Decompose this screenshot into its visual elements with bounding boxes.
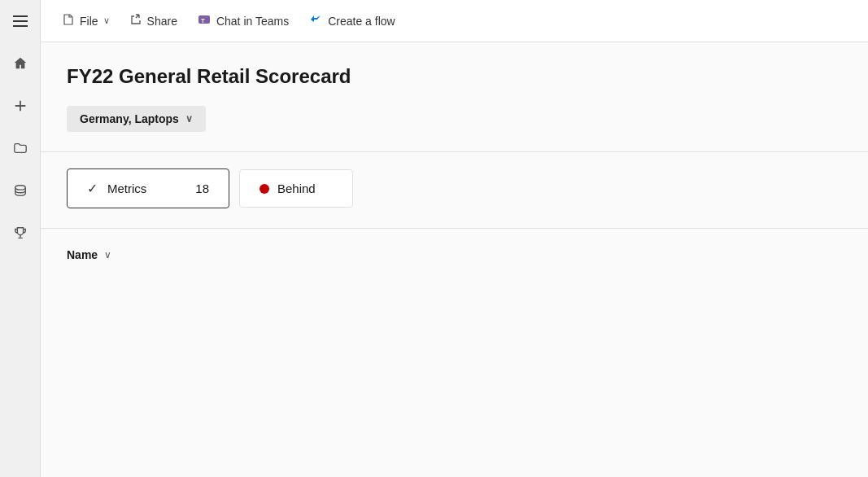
status-label: Behind [277,182,316,195]
metrics-label: Metrics [107,182,185,195]
trophy-icon[interactable] [9,221,32,244]
filter-label: Germany, Laptops [80,112,179,125]
teams-icon: T [197,12,212,30]
sidebar [0,0,41,477]
database-icon[interactable] [9,179,32,202]
name-column-header[interactable]: Name ∨ [67,245,842,261]
flow-icon [308,12,323,30]
name-column-chevron-icon: ∨ [104,249,111,260]
svg-point-0 [15,186,25,190]
main-area: File ∨ Share T Chat in Teams [41,0,868,477]
name-column-label: Name [67,248,98,261]
home-icon[interactable] [9,52,32,75]
chat-label: Chat in Teams [216,15,289,28]
metrics-check-icon: ✓ [87,181,98,196]
chat-in-teams-button[interactable]: T Chat in Teams [189,7,297,35]
filter-dropdown[interactable]: Germany, Laptops ∨ [67,106,206,132]
file-icon [62,13,75,29]
file-chevron-icon: ∨ [103,15,110,26]
share-label: Share [147,15,177,28]
file-label: File [80,15,98,28]
metrics-card[interactable]: ✓ Metrics 18 [67,168,229,208]
share-icon [129,13,142,29]
behind-status-dot [260,184,269,194]
toolbar: File ∨ Share T Chat in Teams [41,0,868,42]
status-card[interactable]: Behind [239,169,353,208]
add-icon[interactable] [9,94,32,117]
filter-chevron-icon: ∨ [185,113,193,125]
hamburger-menu-icon[interactable] [9,10,32,33]
metrics-row: ✓ Metrics 18 Behind [67,168,842,208]
divider [41,151,868,152]
divider-2 [41,228,868,229]
page-title: FY22 General Retail Scorecard [67,65,842,88]
create-flow-button[interactable]: Create a flow [300,7,403,35]
svg-text:T: T [201,17,205,24]
metrics-count: 18 [195,182,209,195]
flow-label: Create a flow [328,15,395,28]
share-button[interactable]: Share [121,8,185,34]
folder-icon[interactable] [9,137,32,160]
file-menu[interactable]: File ∨ [54,8,118,34]
content-area: FY22 General Retail Scorecard Germany, L… [41,42,868,477]
